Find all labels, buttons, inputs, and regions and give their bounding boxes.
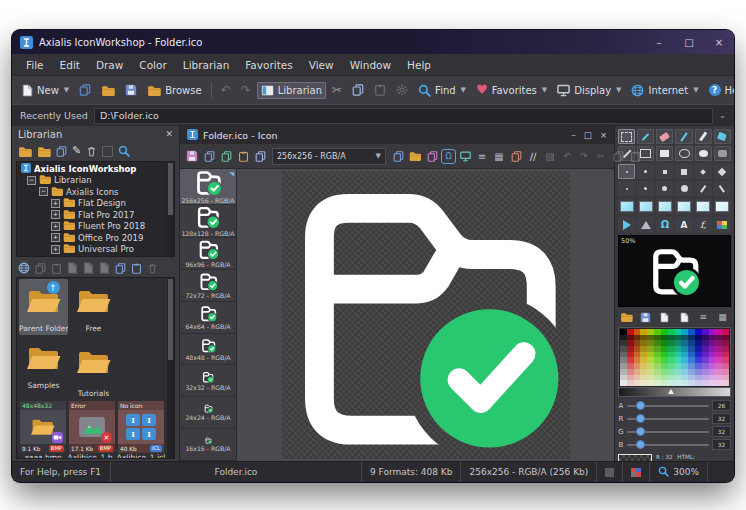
eraser-slash-icon[interactable]: ∕∕ (525, 148, 541, 164)
opacity-80[interactable] (637, 199, 654, 214)
text-tool[interactable]: A (675, 217, 692, 232)
palette-color-cell[interactable] (627, 380, 634, 386)
alpha-value[interactable]: 26 (712, 400, 731, 411)
brush-stroke-icon[interactable]: ▨ (542, 148, 558, 164)
close-panel-icon[interactable]: ✕ (165, 129, 173, 139)
format-item-32[interactable]: 32x32 - RGB/A (180, 365, 236, 397)
green-value[interactable]: 32 (712, 426, 731, 437)
internet-button[interactable]: Internet▼ (627, 81, 702, 100)
palette-slider[interactable] (618, 388, 731, 397)
open-palette-icon[interactable] (619, 310, 634, 324)
palette-color-cell[interactable] (640, 380, 647, 386)
flip-tool[interactable] (618, 217, 635, 232)
paste-icon[interactable] (51, 259, 62, 278)
delete-icon[interactable] (147, 259, 158, 278)
brush-square-small[interactable] (656, 164, 673, 179)
maximize-button[interactable]: □ (674, 30, 704, 54)
palette-color-cell[interactable] (661, 380, 668, 386)
brush-size-1[interactable] (618, 164, 635, 179)
grid-icon[interactable]: ▦ (491, 148, 507, 164)
blue-value[interactable]: 32 (712, 439, 731, 450)
dropper-tool[interactable] (637, 129, 654, 144)
image-adjust-icon[interactable] (457, 148, 473, 164)
file-tile-parent-folder[interactable]: ↑ Parent Folder (19, 279, 68, 335)
ellipse-tool[interactable] (675, 146, 692, 161)
import-folder-icon[interactable] (37, 142, 51, 161)
file-tile-free[interactable]: Free (69, 279, 118, 335)
pencil-tool[interactable] (675, 129, 692, 144)
expand-icon[interactable]: + (51, 245, 60, 254)
export-palette-icon[interactable] (677, 310, 692, 324)
menu-window[interactable]: Window (342, 58, 399, 72)
opacity-20[interactable] (695, 199, 712, 214)
brush-circle-large[interactable] (675, 181, 692, 196)
slider-thumb[interactable] (636, 414, 645, 423)
help-button[interactable]: ? Help▼ (705, 81, 734, 99)
select-mode-icon[interactable] (102, 146, 113, 157)
green-slider[interactable] (627, 431, 709, 433)
tree-item-universal-pro[interactable]: + Universal Pro (17, 244, 167, 256)
format-item-16[interactable]: 16x16 - RGB/A (180, 429, 236, 461)
slider-thumb[interactable] (636, 440, 645, 449)
palette-color-cell[interactable] (634, 380, 641, 386)
brush-dot-3[interactable] (618, 181, 635, 196)
menu-color[interactable]: Color (131, 58, 174, 72)
brush-diamond-large[interactable] (714, 164, 731, 179)
grid-view-icon[interactable]: ▦ (715, 310, 730, 324)
format-item-24[interactable]: 24x24 - RGB/A (180, 397, 236, 429)
open-button[interactable] (97, 82, 119, 99)
delete-icon[interactable] (86, 142, 97, 161)
import-image-icon[interactable] (407, 148, 423, 164)
menu-draw[interactable]: Draw (88, 58, 131, 72)
fill-tool[interactable] (714, 129, 731, 144)
menu-file[interactable]: File (18, 58, 52, 72)
expand-icon[interactable]: + (51, 210, 60, 219)
palette-color-cell[interactable] (668, 380, 675, 386)
favorites-button[interactable]: ♥ Favorites▼ (472, 81, 551, 99)
editor-canvas[interactable] (237, 169, 614, 461)
alpha-slider[interactable] (627, 405, 709, 407)
palette-color-cell[interactable] (688, 380, 695, 386)
doc-maximize-button[interactable]: □ (584, 130, 592, 140)
brush-dot-4[interactable] (637, 181, 654, 196)
red-value[interactable]: 32 (712, 413, 731, 424)
red-slider[interactable] (627, 418, 709, 420)
duplicate-format-icon[interactable] (218, 148, 234, 164)
find-button[interactable]: Find▼ (414, 81, 470, 100)
doc-close-button[interactable]: × (600, 130, 607, 140)
move-icon[interactable] (99, 259, 110, 278)
tree-item-office-pro-2019[interactable]: + Office Pro 2019 (17, 232, 167, 244)
new-folder-icon[interactable] (18, 142, 32, 161)
new-format-icon[interactable] (201, 148, 217, 164)
palette-color-cell[interactable] (620, 380, 627, 386)
display-button[interactable]: Display▼ (553, 81, 625, 100)
menu-librarian[interactable]: Librarian (175, 58, 238, 72)
tree-item-librarian[interactable]: − Librarian (17, 175, 167, 187)
undo-button[interactable]: ↶ (217, 81, 235, 99)
minimize-button[interactable]: – (644, 30, 674, 54)
skew-tool[interactable] (637, 217, 654, 232)
brush-tool[interactable] (695, 129, 712, 144)
settings-button[interactable] (392, 81, 412, 99)
redo-icon[interactable]: ↷ (576, 148, 592, 164)
palette-color-cell[interactable] (654, 380, 661, 386)
cut-button[interactable]: ✂ (328, 81, 346, 99)
brush-slash[interactable] (695, 181, 712, 196)
copy-button[interactable] (348, 81, 368, 99)
librarian-toggle-button[interactable]: Librarian (257, 82, 326, 99)
palette-color-cell[interactable] (647, 380, 654, 386)
brush-size-2[interactable] (637, 164, 654, 179)
recently-used-input[interactable]: D:\Folder.ico (94, 108, 713, 124)
palette-color-cell[interactable] (695, 380, 702, 386)
palette-color-cell[interactable] (702, 380, 709, 386)
close-button[interactable]: × (704, 30, 734, 54)
library-grid-icon[interactable] (56, 142, 67, 161)
palette-color-cell[interactable] (681, 380, 688, 386)
opacity-40[interactable] (675, 199, 692, 214)
swap-colors-icon[interactable] (508, 148, 524, 164)
doc-minimize-button[interactable]: – (572, 130, 576, 140)
copy-format-icon[interactable] (252, 148, 268, 164)
select-tool[interactable] (618, 129, 635, 144)
colors-tool[interactable] (714, 217, 731, 232)
format-item-48[interactable]: 48x48 - RGB/A (180, 334, 236, 366)
